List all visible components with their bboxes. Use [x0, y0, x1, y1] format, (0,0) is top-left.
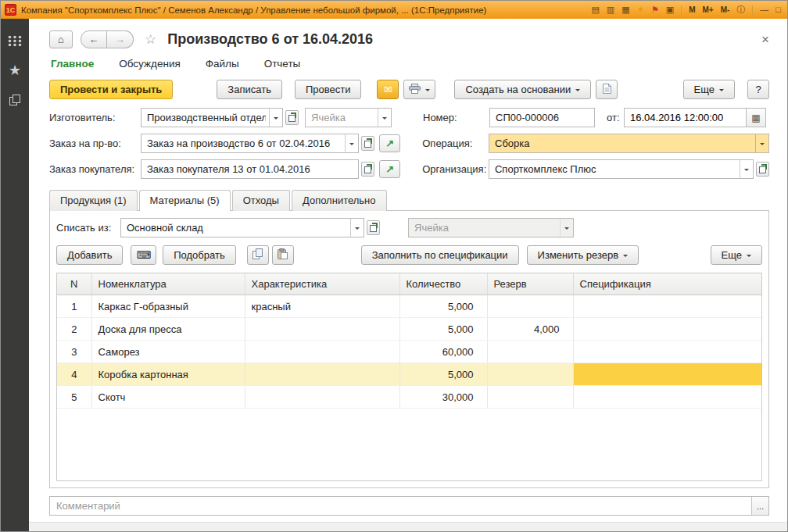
dropdown-icon[interactable] [269, 109, 282, 127]
back-button[interactable]: ← [81, 30, 107, 48]
cell-quantity[interactable]: 5,000 [399, 363, 487, 386]
cell-characteristic[interactable] [245, 363, 399, 386]
number-input[interactable] [489, 108, 595, 127]
info-icon[interactable]: ⓘ [736, 5, 745, 14]
dropdown-icon[interactable] [350, 219, 364, 237]
dropdown-icon[interactable] [755, 134, 768, 152]
post-button[interactable]: Провести [295, 80, 362, 99]
fill-by-spec-button[interactable]: Заполнить по спецификации [361, 245, 519, 265]
open-manufacturer-button[interactable] [285, 110, 299, 125]
open-production-order-button[interactable] [361, 136, 374, 151]
cell-reserve[interactable] [487, 295, 573, 318]
cell-quantity[interactable]: 5,000 [399, 318, 487, 341]
cell-reserve[interactable] [487, 386, 573, 409]
manufacturer-combo[interactable]: Производственный отдел [141, 108, 283, 127]
document-reports-button[interactable] [596, 80, 618, 99]
cell-nomenclature[interactable]: Скотч [91, 386, 245, 409]
date-input[interactable] [625, 109, 746, 127]
cell-n[interactable]: 2 [57, 318, 91, 341]
cell-n[interactable]: 4 [57, 363, 91, 386]
cell-characteristic[interactable]: красный [245, 295, 399, 318]
tab-glavnoe[interactable]: Главное [51, 55, 94, 73]
column-header-n[interactable]: N [57, 273, 91, 295]
goto-customer-order-button[interactable]: ↗ [379, 160, 400, 178]
memory-m-button[interactable]: M [689, 6, 695, 14]
cell-specification[interactable] [573, 341, 761, 363]
table-more-button[interactable]: Еще [711, 245, 762, 265]
open-warehouse-button[interactable] [367, 220, 380, 235]
memory-m-plus-button[interactable]: M+ [703, 6, 714, 14]
cell-quantity[interactable]: 5,000 [399, 295, 487, 318]
column-header-reserve[interactable]: Резерв [487, 273, 573, 295]
cell-reserve[interactable] [487, 363, 573, 386]
tab-otchety[interactable]: Отчеты [264, 55, 301, 73]
comment-expand-button[interactable]: ... [751, 497, 768, 515]
cell-characteristic[interactable] [245, 341, 399, 363]
clipboard-icon[interactable]: ▥ [607, 5, 614, 14]
open-organization-button[interactable] [756, 162, 769, 177]
minimize-icon[interactable]: — [760, 5, 768, 14]
add-row-button[interactable]: Добавить [56, 245, 123, 265]
tab-otkhody[interactable]: Отходы [232, 190, 290, 211]
operation-combo[interactable]: Сборка [489, 134, 769, 153]
favorites-sidebar-icon[interactable]: ★ [7, 62, 23, 78]
organization-combo[interactable]: Спорткомплекс Плюс [489, 159, 754, 179]
open-customer-order-button[interactable] [361, 162, 374, 177]
flag-icon[interactable]: ⚑ [651, 5, 659, 14]
help-button[interactable]: ? [747, 80, 769, 99]
paste-rows-button[interactable] [272, 245, 294, 265]
write-button[interactable]: Записать [217, 80, 282, 99]
change-reserve-button[interactable]: Изменить резерв [527, 245, 639, 265]
tab-obsuzhdeniya[interactable]: Обсуждения [119, 55, 180, 73]
cell-combo[interactable]: Ячейка [305, 108, 392, 127]
calendar-icon[interactable]: ▦ [746, 109, 765, 127]
calculator-icon[interactable]: ▦ [621, 5, 629, 14]
comment-field[interactable]: ... [49, 496, 769, 516]
column-header-characteristic[interactable]: Характеристика [245, 273, 399, 295]
cell-quantity[interactable]: 60,000 [399, 341, 487, 363]
table-row-selected[interactable]: 4 Коробка картонная 5,000 [57, 363, 761, 386]
warehouse-combo[interactable]: Основной склад [120, 218, 364, 237]
scanner-button[interactable]: ⌨ [131, 245, 156, 265]
dropdown-icon[interactable] [345, 134, 358, 152]
print-button[interactable] [403, 80, 435, 99]
cell-nomenclature[interactable]: Саморез [91, 341, 245, 363]
memory-m-minus-button[interactable]: M- [721, 6, 730, 14]
save-icon[interactable]: ▤ [591, 5, 599, 14]
cell-characteristic[interactable] [245, 386, 399, 409]
goto-production-order-button[interactable]: ↗ [379, 134, 400, 152]
tab-fayly[interactable]: Файлы [206, 55, 239, 73]
more-button[interactable]: Еще [683, 80, 735, 99]
production-order-combo[interactable]: Заказ на производство 6 от 02.04.2016 [141, 134, 359, 153]
send-email-button[interactable]: ✉ [377, 80, 399, 99]
tab-produktsiya[interactable]: Продукция (1) [49, 190, 138, 211]
cell-specification-active[interactable] [573, 363, 761, 386]
table-row[interactable]: 3 Саморез 60,000 [57, 341, 761, 363]
copy-rows-button[interactable] [247, 245, 269, 265]
cell-n[interactable]: 1 [57, 295, 91, 318]
home-button[interactable]: ⌂ [49, 30, 73, 48]
cell-reserve[interactable] [487, 341, 573, 363]
favorites-add-icon[interactable]: ✶ [637, 5, 644, 14]
cell-n[interactable]: 5 [57, 386, 91, 409]
create-based-on-button[interactable]: Создать на основании [454, 80, 591, 99]
date-field[interactable]: ▦ [624, 108, 766, 127]
post-and-close-button[interactable]: Провести и закрыть [49, 80, 173, 99]
column-header-nomenclature[interactable]: Номенклатура [91, 273, 245, 295]
pick-button[interactable]: Подобрать [163, 245, 235, 265]
comment-input[interactable] [50, 497, 751, 515]
cell-reserve[interactable]: 4,000 [487, 318, 573, 341]
dropdown-icon[interactable] [378, 109, 391, 127]
cell-specification[interactable] [573, 386, 761, 409]
forward-button[interactable]: → [107, 30, 134, 48]
main-menu-icon[interactable] [7, 33, 23, 48]
cell-specification[interactable] [573, 318, 761, 341]
cell-n[interactable]: 3 [57, 341, 91, 363]
cell-quantity[interactable]: 30,000 [399, 386, 487, 409]
link-icon[interactable]: ▣ [666, 5, 674, 14]
close-icon[interactable]: × [761, 33, 769, 46]
tab-materialy[interactable]: Материалы (5) [139, 190, 231, 211]
maximize-icon[interactable]: □ [775, 5, 781, 14]
cell-specification[interactable] [573, 295, 761, 318]
customer-order-field[interactable]: Заказ покупателя 13 от 01.04.2016 [141, 159, 359, 179]
